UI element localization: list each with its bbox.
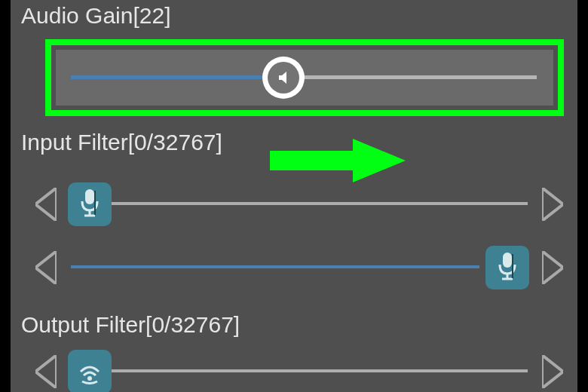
input-filter-high-slider[interactable] [63, 243, 535, 292]
output-filter-label: Output Filter[0/32767] [11, 309, 240, 338]
slider-track-filled [71, 265, 479, 268]
settings-panel: Audio Gain[22] Input Filter[0/32767] [11, 0, 577, 392]
mic-icon [495, 251, 520, 284]
slider-track [71, 202, 528, 205]
decrement-button[interactable] [29, 245, 63, 290]
slider-track [71, 369, 528, 372]
right-arrow-annotation-icon [270, 139, 406, 185]
slider-track-empty [282, 75, 537, 79]
input-filter-high-row [29, 243, 570, 292]
broadcast-icon [75, 355, 105, 388]
increment-button[interactable] [535, 245, 570, 290]
audio-gain-thumb[interactable] [262, 57, 305, 99]
audio-gain-label: Audio Gain[22] [11, 0, 577, 29]
increment-button[interactable] [535, 349, 570, 392]
decrement-button[interactable] [29, 349, 63, 392]
svg-rect-0 [85, 189, 94, 204]
audio-gain-slider[interactable] [56, 50, 553, 106]
slider-track-filled [71, 75, 282, 79]
mic-icon [77, 188, 103, 221]
input-filter-low-slider[interactable] [63, 179, 535, 229]
increment-button[interactable] [535, 182, 570, 227]
decrement-button[interactable] [29, 182, 63, 227]
output-filter-low-thumb[interactable] [68, 350, 112, 392]
input-filter-low-thumb[interactable] [68, 182, 112, 226]
speaker-icon [268, 62, 299, 93]
svg-point-8 [87, 376, 92, 381]
input-filter-high-thumb[interactable] [485, 246, 529, 289]
input-filter-label: Input Filter[0/32767] [11, 127, 222, 155]
input-filter-low-row [29, 179, 570, 229]
output-filter-low-slider[interactable] [63, 347, 535, 392]
output-filter-low-row [29, 347, 570, 392]
svg-rect-4 [503, 253, 512, 268]
